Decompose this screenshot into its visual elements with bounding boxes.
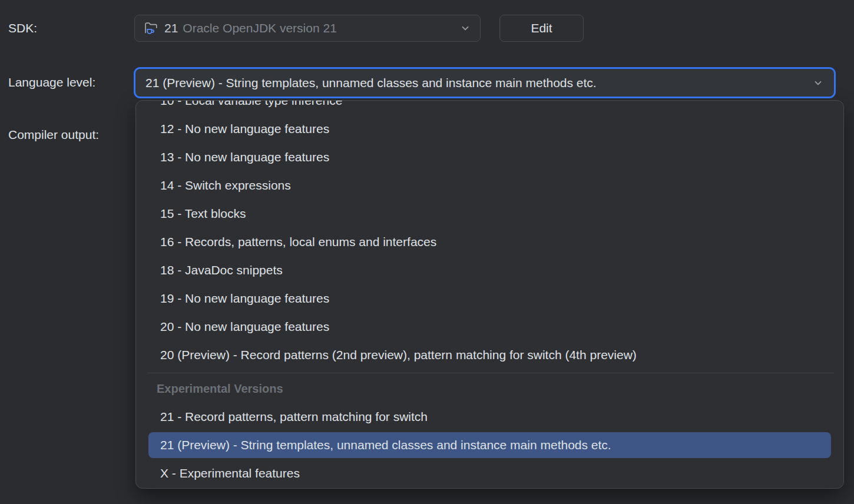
- sdk-version-name: Oracle OpenJDK version 21: [183, 21, 460, 35]
- dropdown-item[interactable]: 13 - No new language features: [148, 144, 831, 170]
- language-level-label: Language level:: [8, 75, 95, 89]
- dropdown-item[interactable]: 16 - Records, patterns, local enums and …: [148, 229, 831, 255]
- dropdown-item[interactable]: 18 - JavaDoc snippets: [148, 257, 831, 283]
- chevron-down-icon: [813, 78, 823, 88]
- dropdown-item[interactable]: 20 (Preview) - Record patterns (2nd prev…: [148, 342, 831, 368]
- dropdown-item[interactable]: 20 - No new language features: [148, 314, 831, 340]
- language-level-selected-value: 21 (Preview) - String templates, unnamed…: [145, 76, 813, 90]
- sdk-combobox[interactable]: 21 Oracle OpenJDK version 21: [134, 15, 481, 42]
- compiler-output-label: Compiler output:: [8, 128, 99, 142]
- sdk-label: SDK:: [8, 21, 37, 35]
- language-level-combobox[interactable]: 21 (Preview) - String templates, unnamed…: [135, 69, 834, 97]
- sdk-version-number: 21: [164, 21, 178, 35]
- dropdown-item[interactable]: 10 - Local variable type inference: [148, 100, 831, 114]
- language-level-option-list: 10 - Local variable type inference 12 - …: [136, 101, 843, 488]
- dropdown-item[interactable]: 15 - Text blocks: [148, 201, 831, 227]
- dropdown-separator: [148, 373, 834, 373]
- project-structure-settings: SDK: 21 Oracle OpenJDK version 21 Edit L…: [0, 0, 854, 504]
- language-level-dropdown-popup: 10 - Local variable type inference 12 - …: [135, 100, 844, 489]
- dropdown-item[interactable]: 12 - No new language features: [148, 116, 831, 142]
- jdk-folder-cup-icon: [143, 21, 159, 36]
- dropdown-item[interactable]: 14 - Switch expressions: [148, 173, 831, 198]
- edit-sdk-button[interactable]: Edit: [499, 15, 584, 42]
- dropdown-item-selected[interactable]: 21 (Preview) - String templates, unnamed…: [148, 432, 831, 458]
- dropdown-item[interactable]: 19 - No new language features: [148, 286, 831, 311]
- experimental-versions-header: Experimental Versions: [148, 377, 831, 400]
- dropdown-item[interactable]: 21 - Record patterns, pattern matching f…: [148, 404, 831, 430]
- chevron-down-icon: [460, 23, 471, 34]
- dropdown-item[interactable]: X - Experimental features: [148, 460, 831, 486]
